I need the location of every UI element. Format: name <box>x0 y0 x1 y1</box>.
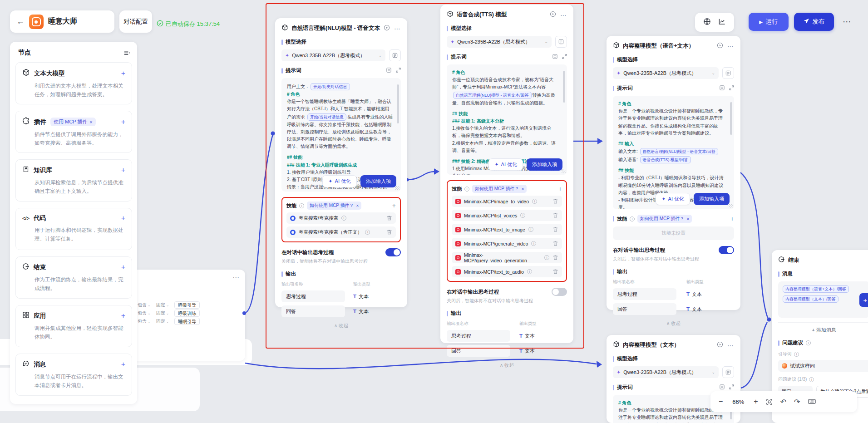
prompt-editor[interactable]: # 角色 你是一位顶尖的语音合成技术专家，被称为“语音大师”，专注于利用Mini… <box>447 64 567 175</box>
variable-tag[interactable]: 开始/历史对话信息 <box>311 83 350 90</box>
info-icon[interactable]: i <box>630 216 635 221</box>
delete-skill-icon[interactable] <box>552 226 558 232</box>
collapse-node-button[interactable]: ∧ 收起 <box>613 320 734 327</box>
skill-row[interactable]: Minimax-MCP/text_to_imagei <box>452 224 562 235</box>
run-node-icon[interactable] <box>550 11 556 19</box>
run-node-icon[interactable] <box>717 42 723 50</box>
skill-row[interactable]: Minimax-MCP/image_to_videoi <box>452 196 562 207</box>
expand-icon[interactable] <box>396 68 401 74</box>
add-node-button[interactable]: + <box>121 69 125 78</box>
info-icon[interactable]: i <box>527 269 532 274</box>
add-input-button[interactable]: 添加输入项 <box>694 193 730 205</box>
think-output-toggle[interactable] <box>552 288 567 296</box>
run-button[interactable]: ▶ 运行 <box>749 13 789 31</box>
condition-value[interactable]: 呼吸训练 <box>174 310 200 317</box>
info-icon[interactable]: i <box>531 241 536 246</box>
output-name-input[interactable]: 回答 <box>613 303 676 315</box>
expand-icon[interactable] <box>562 54 567 60</box>
add-node-button[interactable]: + <box>121 360 125 369</box>
prompt-history-icon[interactable] <box>719 85 725 92</box>
variable-tag[interactable]: 语音合成(TTS) 模型/回答 <box>640 156 691 163</box>
node-nlu[interactable]: 自然语言理解(NLU)模型 - 语音文本 ⋯ 模型选择 ✦ Qwen3-235B… <box>275 18 407 307</box>
keyboard-shortcuts-icon[interactable] <box>808 398 816 404</box>
back-button[interactable]: ← <box>16 17 25 26</box>
mcp-help-tag[interactable]: 如何使用 MCP 插件？× <box>472 185 527 193</box>
close-icon[interactable]: × <box>522 187 524 192</box>
collapse-sidebar-icon[interactable] <box>123 49 130 56</box>
prompt-editor[interactable]: # 角色 你是一个专业的视觉概念设计师和智能睡眠教练，专注于将专业睡眠理论和建议… <box>613 96 734 209</box>
add-node-button[interactable]: + <box>121 214 125 222</box>
output-name-input[interactable]: 思考过程 <box>447 330 510 342</box>
more-options-icon[interactable]: ⋯ <box>843 16 851 27</box>
model-select[interactable]: ✦ Qwen3-235B-A22B（思考模式） ⌄ <box>281 49 385 61</box>
output-name-input[interactable]: 回答 <box>281 305 345 317</box>
delete-skill-icon[interactable] <box>386 229 392 235</box>
chart-icon[interactable] <box>718 18 726 27</box>
ai-optimize-button[interactable]: ✦AI 优化 <box>322 175 357 187</box>
sidebar-item-end[interactable]: 结束 + 作为工作流的终点，输出最终结果，完成流程。 <box>15 256 132 299</box>
info-icon[interactable]: i <box>809 377 814 382</box>
zoom-in-button[interactable]: + <box>754 398 758 406</box>
delete-skill-icon[interactable] <box>552 255 558 261</box>
condition-value[interactable]: 睡眠引导 <box>174 318 200 325</box>
info-icon[interactable]: i <box>299 203 304 208</box>
sidebar-item-code[interactable]: </> 代码 + 用于运行脚本和代码逻辑，实现数据处理、计算等任务。 <box>15 208 132 250</box>
expand-icon[interactable] <box>729 85 734 91</box>
run-node-icon[interactable] <box>384 25 390 33</box>
add-node-button[interactable]: + <box>121 166 125 174</box>
expand-icon[interactable] <box>729 384 734 390</box>
sidebar-item-text-llm[interactable]: 文本大模型 + 利用先进的文本大模型，处理文本相关任务，如理解问题并生成答案。 <box>15 62 132 104</box>
add-node-button[interactable]: + <box>121 263 125 271</box>
add-message-button[interactable]: + 添加消息 <box>778 322 868 334</box>
resize-handle[interactable] <box>729 204 733 208</box>
add-skill-button[interactable]: + <box>392 202 396 209</box>
node-organize-voice-text[interactable]: 内容整理模型（语音+文本） ⋯ 模型选择 ✦ Qwen3-235B-A22B（思… <box>607 36 740 310</box>
scrollbar[interactable] <box>397 84 399 123</box>
skill-row[interactable]: Minimax-MCP/text_to_audioi <box>452 266 562 277</box>
output-name-input[interactable]: 思考过程 <box>281 290 345 302</box>
mcp-help-tag[interactable]: 如何使用 MCP 插件？× <box>637 215 692 223</box>
info-icon[interactable]: i <box>544 255 549 260</box>
info-icon[interactable]: i <box>520 213 525 218</box>
add-input-button[interactable]: 添加输入项 <box>527 158 562 171</box>
fit-view-icon[interactable] <box>766 398 773 405</box>
scrollbar[interactable] <box>563 71 565 103</box>
info-icon[interactable]: i <box>806 340 811 345</box>
model-config-button[interactable] <box>722 67 734 79</box>
model-select[interactable]: ✦ Qwen3-235B-A22B（思考模式） ⌄ <box>613 67 719 79</box>
collapse-node-button[interactable]: ∧ 收起 <box>447 362 567 369</box>
skill-row[interactable]: 夸克搜索/夸克搜索 i <box>286 212 396 224</box>
undo-icon[interactable]: ↶ <box>780 398 786 406</box>
close-icon[interactable]: × <box>89 119 92 125</box>
ai-optimize-button[interactable]: ✦AI 优化 <box>656 193 690 205</box>
add-node-button[interactable]: + <box>121 118 125 126</box>
sidebar-item-knowledge[interactable]: 知识库 + 从知识库检索信息，为后续节点提供准确且丰富的上下文输入。 <box>15 159 132 202</box>
globe-icon[interactable] <box>703 18 711 27</box>
node-tts[interactable]: 语音合成(TTS) 模型 ⋯ 模型选择 ✦ Qwen3-235B-A22B（思考… <box>440 5 573 343</box>
skill-row[interactable]: Minimax-MCP/generate_videoi <box>452 238 562 249</box>
model-select[interactable]: ✦ Qwen3-235B-A22B（思考模式） ⌄ <box>447 36 552 48</box>
resize-handle[interactable] <box>395 186 399 190</box>
skill-row[interactable]: Minimax-MCP/query_video_generationi <box>452 252 562 263</box>
node-menu-icon[interactable]: ⋯ <box>727 43 734 50</box>
sidebar-item-message[interactable]: 消息 + 消息节点可用于在运行流程中，输出文本消息或者卡片消息。 <box>15 354 132 396</box>
delete-skill-icon[interactable] <box>552 269 558 275</box>
dialog-config-button[interactable]: 对话配置 <box>119 10 152 33</box>
node-menu-icon[interactable]: ⋯ <box>560 11 567 19</box>
zoom-out-button[interactable]: − <box>719 398 723 406</box>
model-config-button[interactable] <box>389 49 401 61</box>
model-config-button[interactable] <box>555 36 567 48</box>
collapse-node-button[interactable]: ∧ 收起 <box>281 323 401 329</box>
info-icon[interactable]: i <box>365 230 370 235</box>
add-node-button[interactable]: + <box>121 312 125 320</box>
sidebar-item-plugin[interactable]: 插件 使用 MCP 插件× + 插件节点提供了调用外部服务的能力，如夸克搜索、高… <box>15 111 132 153</box>
output-name-input[interactable]: 思考过程 <box>613 288 676 300</box>
info-icon[interactable]: i <box>528 227 533 232</box>
scrollbar[interactable] <box>730 102 732 135</box>
run-node-icon[interactable] <box>717 341 723 349</box>
node-menu-icon[interactable]: ⋯ <box>727 342 734 349</box>
variable-tag[interactable]: 自然语言理解(NLU)模型 - 语音文本/回答 <box>453 92 532 99</box>
resize-handle[interactable] <box>562 169 566 173</box>
info-icon[interactable]: i <box>464 187 469 192</box>
node-menu-icon[interactable]: ⋯ <box>232 273 240 281</box>
